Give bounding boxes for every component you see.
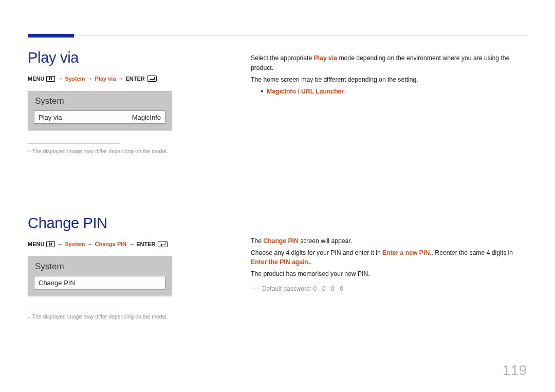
menu-icon	[46, 76, 55, 82]
desc-emphasis: Enter a new PIN.	[382, 249, 432, 256]
menu-icon	[46, 241, 55, 247]
note-text: Default password: 0 - 0 - 0 - 0	[262, 284, 343, 294]
bullet-icon	[261, 90, 263, 92]
footnote-change-pin: The displayed image may differ depending…	[28, 313, 214, 320]
enter-icon	[147, 76, 157, 82]
left-column: Play via MENU → System → Play via → ENTE…	[28, 49, 214, 320]
right-column: Select the appropriate Play via mode dep…	[251, 49, 527, 320]
section-title-play-via: Play via	[28, 49, 214, 66]
path-system: System	[65, 241, 85, 247]
osd-panel-title: System	[34, 262, 165, 272]
path-menu-label: MENU	[28, 241, 44, 247]
desc-text: screen will appear.	[299, 237, 352, 245]
section-gap	[28, 154, 214, 215]
desc-line: The product has memorised your new PIN.	[251, 269, 527, 279]
description-change-pin: The Change PIN screen will appear. Choos…	[251, 236, 527, 294]
desc-text: Choose any 4 digits for your PIN and ent…	[251, 249, 382, 256]
arrow-icon: →	[128, 241, 134, 247]
desc-emphasis: Play via	[314, 54, 337, 62]
arrow-icon: →	[118, 76, 124, 82]
osd-row-change-pin: Change PIN	[34, 276, 165, 289]
default-password-note: ― Default password: 0 - 0 - 0 - 0	[251, 284, 527, 294]
section-title-change-pin: Change PIN	[28, 215, 214, 232]
desc-bullet: MagicInfo / URL Launcher	[251, 87, 527, 97]
path-system: System	[65, 76, 85, 82]
footnote-rule	[28, 143, 120, 144]
desc-text: .	[310, 258, 311, 266]
desc-line: Choose any 4 digits for your PIN and ent…	[251, 248, 527, 268]
osd-row-play-via: Play via MagicInfo	[34, 110, 165, 124]
footnote-rule	[28, 309, 120, 309]
header-marker	[28, 34, 74, 38]
bullet-text: MagicInfo / URL Launcher	[267, 87, 344, 97]
arrow-icon: →	[87, 241, 93, 247]
page-number: 119	[503, 363, 527, 379]
arrow-icon: →	[57, 241, 63, 247]
osd-panel-title: System	[34, 96, 165, 106]
desc-text: The	[251, 237, 263, 245]
desc-text: Select the appropriate	[251, 54, 314, 62]
path-enter-label: ENTER	[126, 76, 145, 82]
desc-line: Select the appropriate Play via mode dep…	[251, 53, 527, 73]
arrow-icon: →	[87, 76, 93, 82]
path-item: Change PIN	[95, 241, 127, 247]
osd-row-label: Change PIN	[39, 279, 75, 287]
content-columns: Play via MENU → System → Play via → ENTE…	[28, 49, 527, 320]
desc-emphasis: Enter the PIN again.	[251, 258, 310, 266]
manual-page: Play via MENU → System → Play via → ENTE…	[0, 0, 555, 335]
header-rule	[28, 35, 527, 36]
enter-icon	[158, 241, 168, 247]
menu-path-change-pin: MENU → System → Change PIN → ENTER	[28, 241, 214, 247]
path-menu-label: MENU	[28, 76, 44, 82]
path-item: Play via	[95, 76, 116, 82]
path-enter-label: ENTER	[136, 241, 155, 247]
osd-row-label: Play via	[39, 114, 62, 121]
description-play-via: Select the appropriate Play via mode dep…	[251, 53, 527, 97]
desc-text: . Reenter the same 4 digits in	[432, 249, 513, 256]
osd-panel-play-via: System Play via MagicInfo	[28, 91, 172, 130]
arrow-icon: →	[57, 76, 63, 82]
footnote-play-via: The displayed image may differ depending…	[28, 148, 214, 154]
desc-emphasis: Change PIN	[263, 237, 298, 245]
osd-panel-change-pin: System Change PIN	[28, 256, 172, 295]
desc-line: The home screen may be different dependi…	[251, 75, 527, 85]
desc-line: The Change PIN screen will appear.	[251, 236, 527, 246]
osd-row-value: MagicInfo	[132, 114, 161, 121]
menu-path-play-via: MENU → System → Play via → ENTER	[28, 76, 214, 82]
spacer	[251, 97, 527, 236]
note-dash-icon: ―	[251, 285, 259, 291]
